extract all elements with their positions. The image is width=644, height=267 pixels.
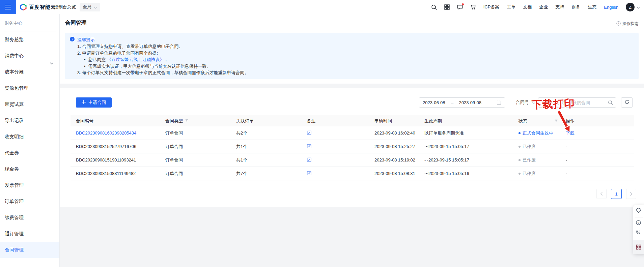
app-window: 百度智能云 控制台总览 全局 ICP备案 工单 文档 <box>0 0 644 267</box>
refresh-icon <box>624 99 629 106</box>
toolbar-divider <box>635 217 643 217</box>
sidebar-item-invoice-management[interactable]: 发票管理 <box>0 177 59 193</box>
nav-link[interactable]: 支持 <box>555 4 564 10</box>
chevron-down-icon <box>94 5 97 10</box>
sidebar-item-income-expense[interactable]: 收支明细 <box>0 128 59 145</box>
filter-funnel-icon[interactable] <box>185 118 189 123</box>
sidebar-item-label: 合同管理 <box>5 247 24 253</box>
plus-icon <box>82 100 86 105</box>
cart-icon[interactable] <box>470 4 476 10</box>
svg-text:?: ? <box>618 22 619 25</box>
edit-note-icon[interactable] <box>307 130 312 136</box>
contract-number-link[interactable]: BDC202309081602398205434 <box>76 130 136 136</box>
message-icon[interactable] <box>457 4 463 10</box>
region-selector[interactable]: 全局 <box>80 3 100 11</box>
language-toggle[interactable]: English <box>604 5 618 10</box>
calendar-icon[interactable] <box>497 100 501 105</box>
sidebar-item-cash-coupons[interactable]: 现金券 <box>0 161 59 177</box>
refresh-button[interactable] <box>621 97 633 108</box>
date-range-arrow: → <box>450 100 454 105</box>
date-from-field[interactable]: 2023-06-08 <box>423 100 445 105</box>
related-orders: 共1个 <box>236 140 247 153</box>
search-field-label: 合同号 <box>516 99 529 106</box>
operation-guide-label: 操作指南 <box>622 21 639 27</box>
sidebar-item-finance-overview[interactable]: 财务总览 <box>0 31 59 48</box>
date-to-field[interactable]: 2023-09-08 <box>459 100 482 105</box>
page-number-button[interactable]: 1 <box>611 189 622 199</box>
edit-note-icon[interactable] <box>307 171 312 177</box>
action-placeholder: - <box>566 153 567 167</box>
next-page-button[interactable] <box>626 189 636 199</box>
edit-note-icon[interactable] <box>307 144 312 150</box>
prev-page-button[interactable] <box>596 189 607 199</box>
sidebar-item-consumption-center[interactable]: 消费中心 <box>0 48 59 64</box>
status-text: 已作废 <box>523 144 536 150</box>
sidebar-section-title: 财务中心 <box>0 14 59 31</box>
apply-time: 2023-09-08 15:25:27 <box>374 140 415 153</box>
help-icon[interactable]: ? <box>636 220 641 225</box>
nav-link[interactable]: 财务 <box>571 4 580 10</box>
bullet-dot: • <box>84 57 86 62</box>
status-badge: 已作废 <box>519 167 536 180</box>
sidebar-item-unsubscribe-management[interactable]: 退订管理 <box>0 226 59 242</box>
edit-note-icon[interactable] <box>307 157 312 163</box>
apply-time: 2023-09-08 15:19:02 <box>374 153 415 167</box>
purchase-agreement-link[interactable]: 《百度智能云线上订购协议》 <box>107 57 164 62</box>
col-header-note: 备注 <box>307 115 315 126</box>
console-overview-link[interactable]: 控制台总览 <box>54 0 76 14</box>
nav-link[interactable]: 工单 <box>507 4 515 10</box>
effective-period: -~2023-09-15 15:05:16 <box>424 167 469 180</box>
pagination: 1 <box>596 189 636 199</box>
page-title: 合同管理 <box>65 20 87 27</box>
notification-dot <box>462 3 464 5</box>
col-header-contract-no: 合同编号 <box>76 115 93 126</box>
sidebar-item-label: 导出记录 <box>5 118 24 123</box>
contract-type: 订单合同 <box>165 167 183 180</box>
col-header-status: 状态 <box>519 115 527 126</box>
status-badge: 已作废 <box>519 140 536 153</box>
search-icon[interactable] <box>431 4 437 10</box>
page-header-section: 合同管理 ? 操作指南 温馨提示 1. 合同管理支持您申请、查看带订单信息的电子… <box>60 14 644 84</box>
logo-text[interactable]: 百度智能云 <box>29 0 56 14</box>
nav-link[interactable]: 企业 <box>539 4 548 10</box>
status-dot <box>519 132 521 134</box>
status-text: 正式合同生效中 <box>523 130 553 136</box>
sidebar-item-label: 消费中心 <box>5 53 24 58</box>
menu-button[interactable] <box>0 0 16 14</box>
apply-contract-button[interactable]: 申请合同 <box>76 97 112 108</box>
tips-bullet-2-text: 需完成实名认证，甲方信息必须与当前实名认证信息保持一致。 <box>88 64 211 69</box>
avatar[interactable]: Z <box>626 3 635 11</box>
baidu-cloud-logo-icon[interactable] <box>20 3 27 12</box>
sidebar-item-cost-allocation[interactable]: 成本分摊 <box>0 64 59 80</box>
heart-icon[interactable] <box>636 208 641 213</box>
tips-bullet-2: •需完成实名认证，甲方信息必须与当前实名认证信息保持一致。 <box>84 63 634 70</box>
nav-link[interactable]: 文档 <box>523 4 532 10</box>
sidebar-item-export-records[interactable]: 导出记录 <box>0 112 59 128</box>
apps-grid-icon[interactable] <box>444 4 450 10</box>
operation-guide-link[interactable]: ? 操作指南 <box>616 21 639 27</box>
contract-number: BDC202309081525279716706 <box>76 140 136 153</box>
apply-time: 2023-09-08 15:08:31 <box>374 167 415 180</box>
search-icon[interactable] <box>608 100 613 105</box>
sidebar-item-resource-packages[interactable]: 资源包管理 <box>0 80 59 96</box>
sidebar-item-vouchers[interactable]: 代金券 <box>0 145 59 161</box>
date-range-picker[interactable]: 2023-06-08 → 2023-09-08 <box>419 97 505 108</box>
top-navbar: 百度智能云 控制台总览 全局 ICP备案 工单 文档 <box>0 0 644 14</box>
sidebar-item-order-management[interactable]: 订单管理 <box>0 193 59 209</box>
table-row: BDC202309081602398205434 订单合同 共2个 2023-0… <box>71 126 634 140</box>
phone-icon[interactable] <box>636 230 641 235</box>
nav-link[interactable]: 生态 <box>588 4 596 10</box>
region-selector-label: 全局 <box>83 4 91 10</box>
help-icon: ? <box>616 21 621 27</box>
nav-link[interactable]: ICP备案 <box>483 4 500 10</box>
tips-banner: 温馨提示 1. 合同管理支持您申请、查看带订单信息的电子合同。 2. 申请带订单… <box>65 33 639 79</box>
status-dot <box>519 159 521 161</box>
sidebar-item-contract-management[interactable]: 合同管理 <box>0 242 59 258</box>
sidebar-item-bandwidth-calc[interactable]: 带宽试算 <box>0 96 59 112</box>
apply-contract-label: 申请合同 <box>88 99 106 106</box>
qr-grid-icon[interactable] <box>636 244 641 250</box>
sidebar-item-renewal-management[interactable]: 续费管理 <box>0 209 59 226</box>
account-menu[interactable]: Z <box>626 3 640 11</box>
status-dot <box>519 173 521 175</box>
status-text: 已作废 <box>523 171 536 177</box>
